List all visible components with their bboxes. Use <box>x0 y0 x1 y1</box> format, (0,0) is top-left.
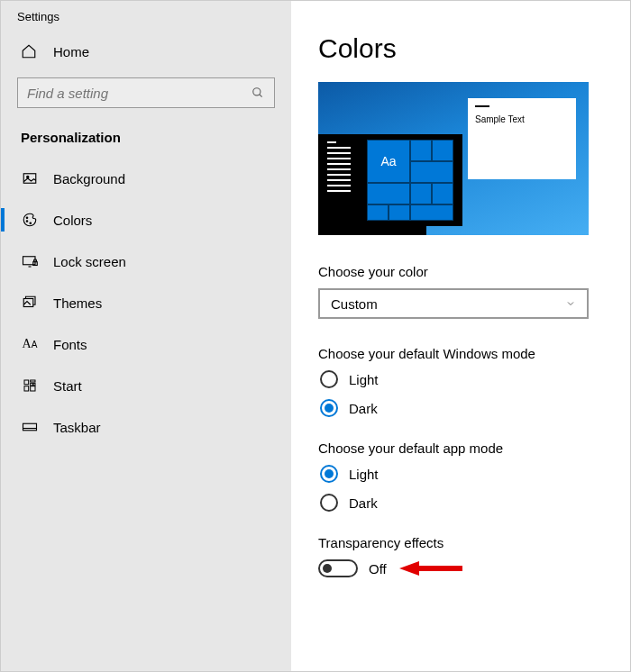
nav-label: Lock screen <box>53 254 126 269</box>
nav-label: Themes <box>53 295 102 311</box>
chevron-down-icon <box>565 298 576 309</box>
color-mode-value: Custom <box>331 296 378 312</box>
svg-rect-2 <box>23 174 36 184</box>
windows-mode-dark[interactable]: Dark <box>318 399 603 417</box>
app-mode-dark[interactable]: Dark <box>318 494 603 512</box>
picture-icon <box>21 169 39 187</box>
nav-item-background[interactable]: Background <box>1 158 291 199</box>
nav-label: Background <box>53 171 125 186</box>
windows-mode-label: Choose your default Windows mode <box>318 346 603 361</box>
search-box[interactable] <box>17 77 275 108</box>
nav-label: Colors <box>53 213 92 228</box>
radio-label: Light <box>349 372 379 387</box>
svg-marker-20 <box>399 561 419 576</box>
windows-mode-group: Choose your default Windows mode Light D… <box>318 346 603 417</box>
svg-rect-14 <box>33 383 35 386</box>
nav-item-taskbar[interactable]: Taskbar <box>1 406 291 448</box>
radio-label: Light <box>349 467 379 482</box>
radio-label: Dark <box>349 495 378 511</box>
lockscreen-icon <box>21 252 39 270</box>
svg-rect-12 <box>31 380 35 382</box>
app-mode-group: Choose your default app mode Light Dark <box>318 440 603 512</box>
transparency-toggle[interactable] <box>318 559 358 577</box>
settings-sidebar: Settings Home Personalization Background… <box>1 1 291 671</box>
color-preview: Aa Sample Text <box>318 82 589 235</box>
main-panel: Colors Aa Sample Text Choose your color … <box>291 1 630 671</box>
svg-point-0 <box>253 88 261 95</box>
app-mode-light[interactable]: Light <box>318 465 603 483</box>
radio-label: Dark <box>349 401 378 416</box>
svg-rect-11 <box>24 380 29 385</box>
home-label: Home <box>53 44 89 59</box>
windows-mode-light[interactable]: Light <box>318 370 603 388</box>
taskbar-icon <box>21 418 39 436</box>
nav-label: Start <box>53 378 82 394</box>
svg-line-1 <box>260 95 262 97</box>
nav-item-fonts[interactable]: AA Fonts <box>1 323 291 365</box>
search-input[interactable] <box>27 86 251 101</box>
radio-icon <box>320 494 338 512</box>
app-mode-label: Choose your default app mode <box>318 440 603 456</box>
svg-rect-15 <box>24 386 29 391</box>
app-title: Settings <box>1 1 291 27</box>
color-mode-select[interactable]: Custom <box>318 288 589 319</box>
nav-label: Fonts <box>53 337 87 352</box>
transparency-state: Off <box>369 561 387 577</box>
radio-icon <box>320 399 338 417</box>
preview-tile: Aa <box>367 140 410 183</box>
svg-point-6 <box>30 222 32 224</box>
svg-rect-13 <box>31 383 33 386</box>
svg-point-5 <box>26 221 28 222</box>
palette-icon <box>21 211 39 229</box>
nav-list: Background Colors Lock screen Themes AA … <box>1 158 291 448</box>
svg-rect-16 <box>31 386 35 391</box>
preview-start-menu: Aa <box>318 134 462 226</box>
radio-icon <box>320 370 338 388</box>
annotation-arrow-icon <box>399 559 462 577</box>
nav-item-colors[interactable]: Colors <box>1 199 291 241</box>
transparency-label: Transparency effects <box>318 535 603 550</box>
preview-sample-text: Sample Text <box>475 114 525 124</box>
themes-icon <box>21 294 39 312</box>
search-icon <box>251 86 265 100</box>
nav-item-lockscreen[interactable]: Lock screen <box>1 241 291 282</box>
nav-item-start[interactable]: Start <box>1 365 291 406</box>
start-icon <box>21 377 39 395</box>
section-title: Personalization <box>1 108 291 158</box>
radio-icon <box>320 465 338 483</box>
preview-window: Sample Text <box>468 98 576 179</box>
nav-item-themes[interactable]: Themes <box>1 282 291 323</box>
svg-rect-17 <box>23 423 37 431</box>
home-icon <box>21 43 37 59</box>
svg-point-4 <box>26 217 28 219</box>
nav-label: Taskbar <box>53 420 101 435</box>
page-title: Colors <box>318 33 603 64</box>
home-nav[interactable]: Home <box>1 27 291 72</box>
fonts-icon: AA <box>21 335 39 353</box>
color-mode-label: Choose your color <box>318 264 603 279</box>
